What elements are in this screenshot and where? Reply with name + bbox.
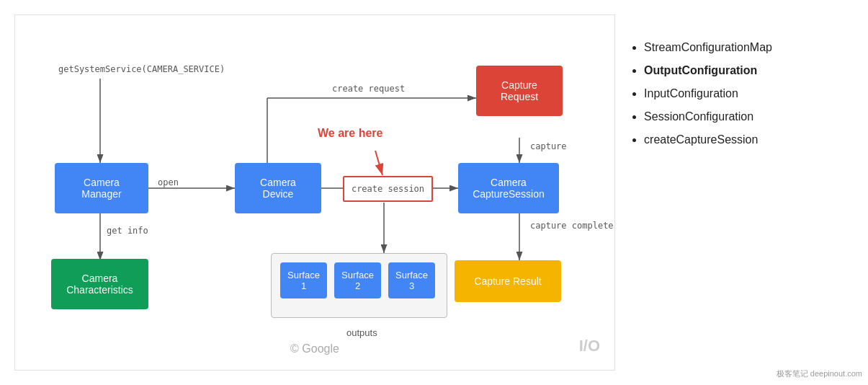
surface-group: Surface 1 Surface 2 Surface 3 xyxy=(271,253,447,318)
capture-complete-label: capture complete xyxy=(530,221,614,232)
io-logo: I/O xyxy=(579,337,600,355)
camera-manager-box: Camera Manager xyxy=(55,163,148,213)
google-copyright: © Google xyxy=(290,342,339,355)
we-are-here-label: We are here xyxy=(318,127,382,140)
features-list: StreamConfigurationMap OutputConfigurati… xyxy=(630,36,839,151)
right-panel: StreamConfigurationMap OutputConfigurati… xyxy=(615,14,854,173)
surface1-box: Surface 1 xyxy=(280,262,327,298)
svg-line-9 xyxy=(375,151,382,175)
diagram-container: getSystemService(CAMERA_SERVICE) open ge… xyxy=(14,14,615,371)
list-item-2: OutputConfiguration xyxy=(644,59,839,82)
watermark: 极客笔记 deepinout.com xyxy=(777,368,862,379)
open-label: open xyxy=(158,177,179,187)
list-item-1: StreamConfigurationMap xyxy=(644,36,839,59)
list-item-4: SessionConfiguration xyxy=(644,105,839,128)
surface3-box: Surface 3 xyxy=(388,262,435,298)
get-system-service-label: getSystemService(CAMERA_SERVICE) xyxy=(58,64,225,74)
outputs-label: outputs xyxy=(346,327,377,338)
camera-device-box: Camera Device xyxy=(235,163,321,213)
capture-label: capture xyxy=(530,141,567,151)
surface2-box: Surface 2 xyxy=(334,262,381,298)
camera-capture-session-box: Camera CaptureSession xyxy=(458,163,559,213)
get-info-label: get info xyxy=(107,226,148,236)
create-session-box: create session xyxy=(343,176,433,202)
camera-characteristics-box: Camera Characteristics xyxy=(51,259,148,309)
list-item-5: createCaptureSession xyxy=(644,128,839,151)
create-request-label: create request xyxy=(332,84,405,94)
capture-result-box: Capture Result xyxy=(455,260,561,302)
list-item-3: InputConfiguration xyxy=(644,82,839,105)
capture-request-box: Capture Request xyxy=(476,66,563,116)
